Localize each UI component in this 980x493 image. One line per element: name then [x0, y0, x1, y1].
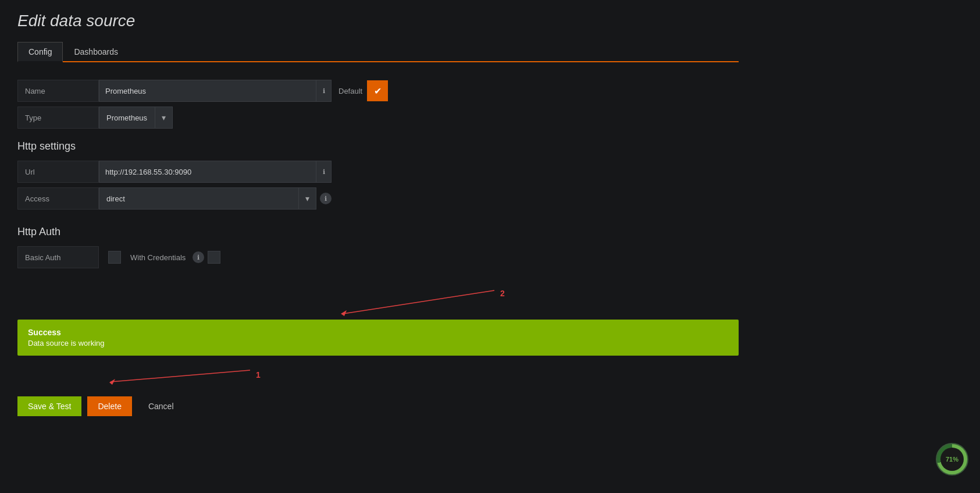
default-checkbox[interactable]: ✔: [367, 80, 388, 101]
tab-dashboards[interactable]: Dashboards: [63, 42, 129, 62]
access-dropdown-arrow[interactable]: ▾: [299, 187, 316, 210]
type-dropdown-arrow[interactable]: ▾: [155, 107, 173, 129]
type-select-group: Prometheus ▾: [99, 107, 173, 129]
url-field-row: Url ℹ: [17, 161, 739, 183]
basic-auth-checkbox[interactable]: [108, 251, 121, 264]
name-label: Name: [17, 80, 99, 102]
access-field-row: Access direct ▾ ℹ: [17, 187, 739, 210]
http-settings-title: Http settings: [17, 140, 739, 152]
svg-text:2: 2: [500, 289, 505, 298]
annotation-arrows: 2: [17, 285, 541, 320]
tabs-container: Config Dashboards: [17, 42, 739, 62]
default-label: Default: [338, 87, 362, 95]
access-select[interactable]: direct: [99, 187, 299, 210]
url-input[interactable]: [99, 161, 316, 183]
name-info-icon[interactable]: ℹ: [316, 80, 332, 102]
auth-options-row: Basic Auth With Credentials ℹ: [17, 246, 739, 268]
basic-auth-label: Basic Auth: [17, 246, 99, 268]
http-auth-title: Http Auth: [17, 226, 739, 238]
with-credentials-group: With Credentials ℹ: [130, 251, 220, 264]
url-label: Url: [17, 161, 99, 183]
http-auth-section: Http Auth Basic Auth With Credentials ℹ: [17, 226, 739, 268]
url-info-icon[interactable]: ℹ: [316, 161, 332, 183]
name-field-row: Name ℹ Default ✔: [17, 80, 739, 102]
cancel-button[interactable]: Cancel: [138, 396, 184, 416]
annotation-area-2: 1: [17, 367, 739, 385]
type-field-row: Type Prometheus ▾: [17, 107, 739, 129]
url-input-group: ℹ: [99, 161, 332, 183]
tab-config[interactable]: Config: [17, 42, 63, 62]
svg-text:1: 1: [256, 370, 261, 379]
with-credentials-checkbox[interactable]: [208, 251, 220, 264]
name-input-group: ℹ: [99, 80, 332, 102]
access-info-icon[interactable]: ℹ: [320, 193, 332, 204]
access-select-group: direct ▾ ℹ: [99, 187, 332, 210]
with-credentials-info-icon[interactable]: ℹ: [193, 251, 204, 263]
bottom-buttons: Save & Test Delete Cancel: [17, 396, 739, 416]
svg-line-3: [111, 370, 250, 382]
type-label: Type: [17, 107, 99, 129]
success-title: Success: [28, 328, 728, 337]
progress-value: 71%: [940, 448, 964, 471]
checkmark-icon: ✔: [374, 86, 382, 97]
page-title: Edit data source: [17, 12, 739, 30]
success-message: Data source is working: [28, 339, 728, 347]
with-credentials-text: With Credentials: [130, 253, 186, 262]
annotation-arrow-1: 1: [17, 367, 366, 385]
progress-circle[interactable]: 71%: [936, 443, 968, 476]
success-banner: Success Data source is working: [17, 320, 739, 356]
svg-line-0: [343, 290, 494, 314]
name-input[interactable]: [99, 80, 316, 102]
type-select[interactable]: Prometheus: [99, 107, 155, 129]
http-settings-section: Http settings Url ℹ Access direct ▾: [17, 140, 739, 210]
annotation-area: 2: [17, 285, 739, 320]
delete-button[interactable]: Delete: [87, 396, 131, 416]
access-label: Access: [17, 187, 99, 210]
save-test-button[interactable]: Save & Test: [17, 396, 81, 416]
